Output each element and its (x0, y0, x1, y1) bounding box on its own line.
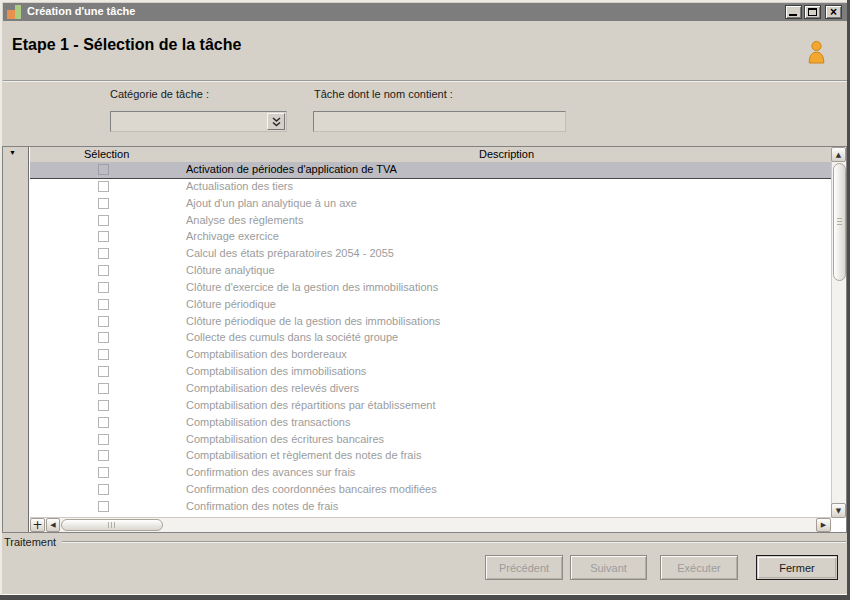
horizontal-scrollbar-thumb[interactable] (61, 519, 163, 531)
table-row[interactable]: Actualisation des tiers (30, 179, 831, 196)
task-description: Clôture périodique (186, 298, 276, 310)
row-checkbox[interactable] (98, 434, 109, 445)
table-row[interactable]: Comptabilisation des relevés divers (30, 381, 831, 398)
name-filter-label: Tâche dont le nom contient : (314, 88, 453, 100)
row-checkbox[interactable] (98, 231, 109, 242)
maximize-button[interactable] (804, 5, 821, 19)
task-description: Activation de périodes d'application de … (186, 163, 397, 175)
task-description: Comptabilisation des écritures bancaires (186, 433, 384, 445)
task-description: Confirmation des coordonnées bancaires m… (186, 483, 437, 495)
task-table: ▼ Sélection Description Activation de pé… (2, 146, 847, 533)
task-list: Activation de périodes d'application de … (30, 162, 831, 517)
table-row[interactable]: Confirmation des notes de frais (30, 499, 831, 516)
table-row[interactable]: Comptabilisation des écritures bancaires (30, 432, 831, 449)
title-bar[interactable]: Création d'une tâche × (3, 3, 847, 21)
row-checkbox[interactable] (98, 400, 109, 411)
close-icon: × (826, 5, 841, 19)
table-row[interactable]: Calcul des états préparatoires 2054 - 20… (30, 246, 831, 263)
row-checkbox[interactable] (98, 332, 109, 343)
row-checkbox[interactable] (98, 484, 109, 495)
scroll-up-icon[interactable]: ▲ (831, 147, 846, 162)
table-row[interactable]: Analyse des règlements (30, 213, 831, 230)
minimize-button[interactable] (785, 5, 802, 19)
task-description: Comptabilisation des transactions (186, 416, 350, 428)
table-row[interactable]: Confirmation des coordonnées bancaires m… (30, 482, 831, 499)
window-border-top (0, 0, 850, 2)
row-checkbox[interactable] (98, 265, 109, 276)
task-description: Clôture analytique (186, 264, 275, 276)
task-description: Archivage exercice (186, 230, 279, 242)
traitement-separator (62, 541, 846, 543)
table-row[interactable]: Comptabilisation des transactions (30, 415, 831, 432)
row-checkbox[interactable] (98, 198, 109, 209)
task-description: Comptabilisation et règlement des notes … (186, 449, 421, 461)
table-row[interactable]: Clôture d'exercice de la gestion des imm… (30, 280, 831, 297)
horizontal-scrollbar[interactable]: + ◀ ▶ (30, 517, 831, 532)
row-marker-icon: ▼ (9, 149, 16, 156)
user-icon (806, 40, 827, 69)
vertical-scrollbar-thumb[interactable] (833, 163, 846, 281)
chevron-double-down-icon[interactable] (267, 113, 285, 130)
row-checkbox[interactable] (98, 164, 109, 175)
app-icon-orange-bar (7, 10, 15, 19)
task-description: Clôture d'exercice de la gestion des imm… (186, 281, 438, 293)
row-checkbox[interactable] (98, 215, 109, 226)
table-row[interactable]: Confirmation des avances sur frais (30, 465, 831, 482)
row-checkbox[interactable] (98, 450, 109, 461)
table-row[interactable]: Clôture analytique (30, 263, 831, 280)
row-checkbox[interactable] (98, 349, 109, 360)
scroll-down-icon[interactable]: ▼ (831, 503, 846, 518)
task-description: Calcul des états préparatoires 2054 - 20… (186, 247, 394, 259)
minimize-icon (789, 14, 797, 16)
table-row[interactable]: Clôture périodique de la gestion des imm… (30, 314, 831, 331)
column-header-description[interactable]: Description (479, 148, 534, 160)
scroll-right-icon[interactable]: ▶ (816, 518, 831, 532)
maximize-icon (808, 8, 817, 16)
task-description: Collecte des cumuls dans la société grou… (186, 331, 398, 343)
table-row[interactable]: Clôture périodique (30, 297, 831, 314)
category-combobox[interactable] (110, 111, 287, 132)
row-checkbox[interactable] (98, 299, 109, 310)
table-row[interactable]: Comptabilisation des bordereaux (30, 347, 831, 364)
table-row[interactable]: Comptabilisation des immobilisations (30, 364, 831, 381)
add-column-button[interactable]: + (30, 518, 45, 532)
close-dialog-button[interactable]: Fermer (756, 555, 838, 580)
task-description: Confirmation des notes de frais (186, 500, 338, 512)
execute-button[interactable]: Exécuter (660, 555, 738, 580)
task-description: Comptabilisation des immobilisations (186, 365, 366, 377)
task-description: Ajout d'un plan analytique à un axe (186, 197, 357, 209)
row-checkbox[interactable] (98, 467, 109, 478)
table-row[interactable]: Comptabilisation et règlement des notes … (30, 448, 831, 465)
row-checkbox[interactable] (98, 248, 109, 259)
header-separator (3, 80, 847, 82)
task-description: Comptabilisation des relevés divers (186, 382, 359, 394)
row-selector-gutter[interactable]: ▼ (3, 147, 29, 532)
vertical-scrollbar[interactable]: ▲ ▼ (831, 147, 846, 518)
table-row[interactable]: Comptabilisation des répartitions par ét… (30, 398, 831, 415)
traitement-label: Traitement (4, 536, 60, 548)
task-description: Actualisation des tiers (186, 180, 293, 192)
row-checkbox[interactable] (98, 181, 109, 192)
window-title: Création d'une tâche (27, 5, 135, 17)
row-checkbox[interactable] (98, 366, 109, 377)
row-checkbox[interactable] (98, 501, 109, 512)
row-checkbox[interactable] (98, 282, 109, 293)
app-icon (6, 4, 23, 20)
task-description: Clôture périodique de la gestion des imm… (186, 315, 440, 327)
row-checkbox[interactable] (98, 383, 109, 394)
category-label: Catégorie de tâche : (110, 88, 209, 100)
name-filter-input[interactable] (313, 111, 566, 132)
previous-button[interactable]: Précédent (485, 555, 563, 580)
row-checkbox[interactable] (98, 316, 109, 327)
table-row[interactable]: Activation de périodes d'application de … (30, 162, 831, 179)
next-button[interactable]: Suivant (570, 555, 647, 580)
task-description: Confirmation des avances sur frais (186, 466, 355, 478)
table-row[interactable]: Collecte des cumuls dans la société grou… (30, 330, 831, 347)
column-header-selection[interactable]: Sélection (84, 148, 129, 160)
scroll-left-icon[interactable]: ◀ (46, 518, 60, 532)
row-checkbox[interactable] (98, 417, 109, 428)
table-row[interactable]: Archivage exercice (30, 229, 831, 246)
task-description: Comptabilisation des répartitions par ét… (186, 399, 435, 411)
close-button[interactable]: × (825, 5, 842, 19)
table-row[interactable]: Ajout d'un plan analytique à un axe (30, 196, 831, 213)
